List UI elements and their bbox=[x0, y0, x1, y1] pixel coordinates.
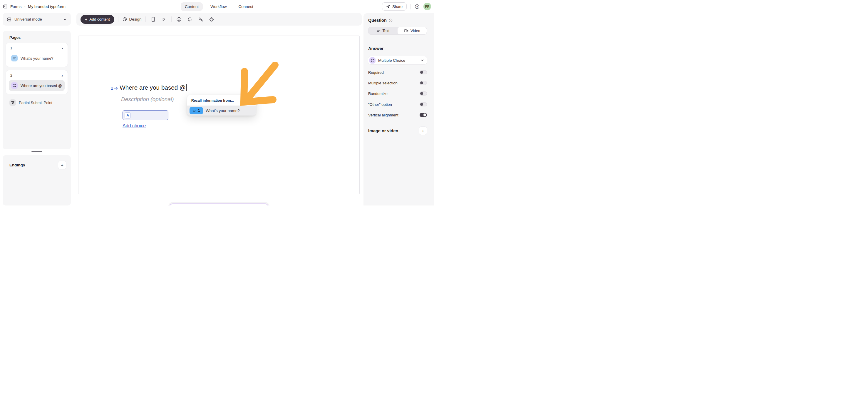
add-media-button[interactable]: + bbox=[419, 127, 427, 135]
svg-text:?: ? bbox=[416, 5, 418, 8]
setting-row-randomize: Randomize bbox=[368, 88, 427, 98]
setting-row-required: Required bbox=[368, 67, 427, 77]
topbar-actions: Share ? PR bbox=[382, 0, 431, 13]
funnel-icon bbox=[9, 99, 16, 106]
breadcrumb-separator: › bbox=[24, 4, 25, 8]
svg-text:A: A bbox=[371, 59, 372, 60]
page-number: 2 bbox=[10, 74, 12, 78]
chevron-down-icon bbox=[63, 18, 67, 21]
partial-submit-point[interactable]: Partial Submit Point bbox=[6, 97, 68, 108]
settings-gear-icon[interactable] bbox=[208, 16, 215, 23]
main-nav-tabs: Content Workflow Connect bbox=[181, 0, 257, 13]
accessibility-icon[interactable] bbox=[176, 16, 183, 23]
description-placeholder[interactable]: Description (optional) bbox=[121, 96, 174, 102]
choice-option-a[interactable]: A bbox=[123, 110, 168, 120]
page-item-where-are-you-based[interactable]: A B Where are you based @ bbox=[9, 80, 65, 91]
question-row: 2 Where are you based @ bbox=[111, 84, 187, 91]
design-button[interactable]: Design bbox=[122, 17, 142, 22]
panel-divider bbox=[368, 139, 427, 139]
forms-icon[interactable] bbox=[3, 4, 8, 9]
multiple-selection-toggle[interactable] bbox=[420, 81, 427, 85]
next-block-preview[interactable] bbox=[169, 203, 269, 206]
choice-key-a: A bbox=[125, 112, 131, 118]
mode-label: Universal mode bbox=[14, 17, 60, 22]
page-card-2: 2 ▲ A B Where are you based @ bbox=[6, 70, 68, 94]
answer-type-select[interactable]: A B Multiple Choice bbox=[368, 56, 427, 64]
pages-panel: Pages 1 ▲ What's your name? 2 ▲ A bbox=[3, 31, 71, 149]
breadcrumb-root[interactable]: Forms bbox=[10, 4, 22, 9]
video-camera-icon bbox=[404, 29, 408, 33]
toolbar-divider bbox=[171, 17, 172, 22]
setting-row-multiple-selection: Multiple selection bbox=[368, 78, 427, 88]
page-number: 1 bbox=[10, 46, 12, 50]
short-text-icon bbox=[193, 109, 196, 112]
svg-text:?: ? bbox=[390, 20, 391, 22]
question-ref-badge: 1 bbox=[189, 107, 203, 114]
recall-item-whats-your-name[interactable]: 1 What's your name? bbox=[187, 106, 256, 116]
recurring-refresh-icon[interactable] bbox=[186, 16, 193, 23]
media-section: Image or video + bbox=[368, 127, 427, 135]
endings-panel: Endings + bbox=[3, 155, 71, 206]
topbar-divider bbox=[410, 4, 411, 9]
tab-text[interactable]: Text bbox=[369, 27, 398, 34]
add-content-button[interactable]: + Add content bbox=[81, 15, 114, 24]
svg-text:B: B bbox=[371, 60, 372, 62]
collapse-icon[interactable]: ▲ bbox=[61, 47, 63, 50]
page-item-whats-your-name[interactable]: What's your name? bbox=[9, 53, 65, 63]
canvas-toolbar: + Add content Design bbox=[76, 13, 362, 26]
partial-submit-label: Partial Submit Point bbox=[19, 100, 52, 105]
tab-video[interactable]: Video bbox=[398, 27, 427, 34]
layers-icon bbox=[7, 17, 11, 22]
add-ending-button[interactable]: + bbox=[58, 161, 66, 169]
callout-arrow bbox=[240, 62, 281, 106]
avatar[interactable]: PR bbox=[424, 3, 431, 10]
multiple-choice-icon: A B bbox=[11, 82, 18, 89]
share-label: Share bbox=[392, 4, 403, 9]
page-item-label: Where are you based @ bbox=[21, 84, 62, 88]
preview-play-icon[interactable] bbox=[160, 16, 167, 23]
pages-title: Pages bbox=[9, 35, 68, 40]
other-option-toggle[interactable] bbox=[420, 102, 427, 107]
media-section-title: Image or video bbox=[368, 128, 398, 133]
chevron-down-icon bbox=[421, 59, 424, 62]
question-media-tabs: Text Video bbox=[368, 27, 427, 35]
arrow-right-icon bbox=[114, 86, 118, 90]
help-icon[interactable]: ? bbox=[389, 19, 393, 22]
tab-workflow[interactable]: Workflow bbox=[206, 2, 231, 11]
recall-item-label: What's your name? bbox=[206, 109, 240, 113]
svg-text:B: B bbox=[13, 86, 14, 87]
page-item-label: What's your name? bbox=[21, 56, 54, 61]
multiple-choice-icon: A B bbox=[369, 57, 375, 63]
question-title-input[interactable]: Where are you based @ bbox=[120, 84, 187, 91]
collapse-icon[interactable]: ▲ bbox=[61, 75, 63, 77]
short-text-icon bbox=[11, 55, 18, 61]
tab-connect[interactable]: Connect bbox=[235, 2, 257, 11]
mobile-preview-icon[interactable] bbox=[150, 16, 157, 23]
question-settings-panel: Question ? Text Video Answer A bbox=[364, 13, 434, 206]
design-label: Design bbox=[129, 17, 142, 22]
translate-icon[interactable] bbox=[197, 16, 204, 23]
typeform-builder-app: Forms › My branded typeform Content Work… bbox=[0, 0, 434, 206]
panel-resize-handle[interactable] bbox=[31, 151, 42, 152]
share-button[interactable]: Share bbox=[382, 2, 407, 10]
add-choice-link[interactable]: Add choice bbox=[123, 123, 146, 128]
add-content-label: Add content bbox=[89, 17, 110, 22]
vertical-alignment-toggle[interactable] bbox=[420, 113, 427, 117]
palette-icon bbox=[122, 17, 127, 22]
required-toggle[interactable] bbox=[420, 70, 427, 75]
breadcrumb-current[interactable]: My branded typeform bbox=[28, 4, 65, 9]
breadcrumb: Forms › My branded typeform bbox=[3, 0, 65, 13]
setting-row-vertical-alignment: Vertical alignment bbox=[368, 110, 427, 120]
tab-content[interactable]: Content bbox=[181, 2, 203, 11]
paper-plane-icon bbox=[386, 4, 390, 8]
endings-title: Endings bbox=[9, 163, 25, 167]
randomize-toggle[interactable] bbox=[420, 91, 427, 95]
toolbar-divider bbox=[146, 17, 146, 22]
page-card-1: 1 ▲ What's your name? bbox=[6, 43, 68, 67]
mode-selector[interactable]: Universal mode bbox=[3, 13, 71, 26]
answer-section-title: Answer bbox=[368, 46, 383, 51]
form-canvas: 2 Where are you based @ Description (opt… bbox=[78, 36, 360, 194]
help-icon[interactable]: ? bbox=[414, 4, 420, 9]
question-number: 2 bbox=[111, 84, 118, 91]
question-panel-title: Question ? bbox=[368, 18, 393, 23]
